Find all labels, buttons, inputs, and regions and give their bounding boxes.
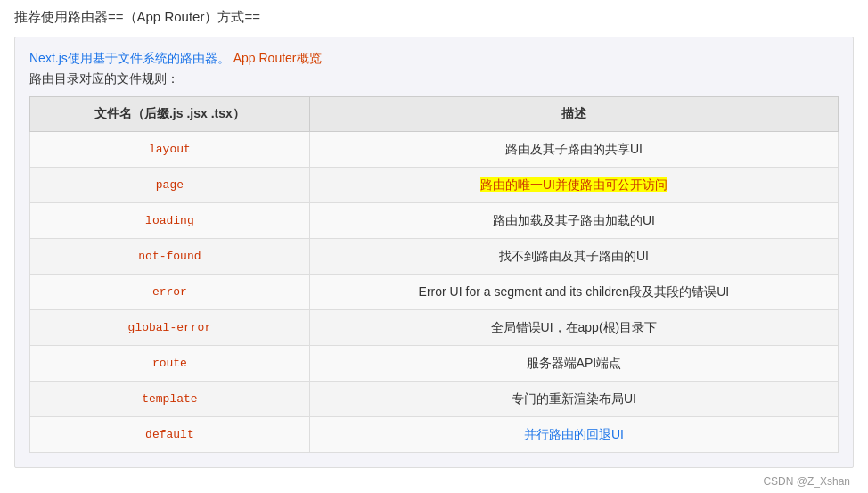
- highlight-text: 路由的唯一UI并使路由可公开访问: [480, 177, 667, 192]
- table-row: default并行路由的回退UI: [30, 417, 839, 453]
- routing-table: 文件名（后缀.js .jsx .tsx） 描述 layout路由及其子路由的共享…: [29, 96, 839, 453]
- filename-cell: page: [30, 168, 310, 203]
- description-cell: 找不到路由及其子路由的UI: [309, 239, 838, 275]
- filename-cell: not-found: [30, 239, 310, 275]
- filename-cell: error: [30, 275, 310, 310]
- table-row: not-found找不到路由及其子路由的UI: [30, 239, 839, 275]
- filename-cell: global-error: [30, 310, 310, 346]
- intro-text-line1: Next.js使用基于文件系统的路由器。 App Router概览: [29, 48, 839, 68]
- page-title: 推荐使用路由器==（App Router）方式==: [14, 9, 854, 26]
- filename-cell: route: [30, 346, 310, 382]
- filename-cell: loading: [30, 203, 310, 239]
- table-row: template专门的重新渲染布局UI: [30, 382, 839, 417]
- table-row: page路由的唯一UI并使路由可公开访问: [30, 168, 839, 203]
- content-box: Next.js使用基于文件系统的路由器。 App Router概览 路由目录对应…: [14, 37, 854, 468]
- filename-cell: layout: [30, 132, 310, 168]
- description-cell: 路由及其子路由的共享UI: [309, 132, 838, 168]
- filename-cell: template: [30, 382, 310, 417]
- app-router-link[interactable]: App Router概览: [233, 51, 322, 65]
- filename-cell: default: [30, 417, 310, 453]
- table-row: route服务器端API端点: [30, 346, 839, 382]
- table-header-row: 文件名（后缀.js .jsx .tsx） 描述: [30, 97, 839, 132]
- description-cell: 并行路由的回退UI: [309, 417, 838, 453]
- description-cell: 专门的重新渲染布局UI: [309, 382, 838, 417]
- description-cell: 路由的唯一UI并使路由可公开访问: [309, 168, 838, 203]
- intro-nextjs-text: Next.js使用基于文件系统的路由器。: [29, 51, 230, 65]
- watermark: CSDN @Z_Xshan: [14, 475, 854, 488]
- table-row: loading路由加载及其子路由加载的UI: [30, 203, 839, 239]
- description-cell: 全局错误UI，在app(根)目录下: [309, 310, 838, 346]
- col1-header: 文件名（后缀.js .jsx .tsx）: [30, 97, 310, 132]
- table-row: global-error全局错误UI，在app(根)目录下: [30, 310, 839, 346]
- table-row: errorError UI for a segment and its chil…: [30, 275, 839, 310]
- intro-text-line2: 路由目录对应的文件规则：: [29, 71, 839, 87]
- description-cell: Error UI for a segment and its children段…: [309, 275, 838, 310]
- description-cell: 服务器端API端点: [309, 346, 838, 382]
- col2-header: 描述: [309, 97, 838, 132]
- blue-text: 并行路由的回退UI: [524, 427, 624, 441]
- table-row: layout路由及其子路由的共享UI: [30, 132, 839, 168]
- description-cell: 路由加载及其子路由加载的UI: [309, 203, 838, 239]
